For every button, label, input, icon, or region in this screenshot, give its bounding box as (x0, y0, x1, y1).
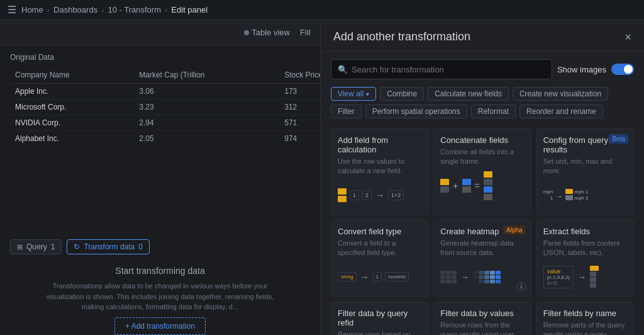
filter-chip[interactable]: Perform spatial operations (365, 105, 467, 118)
breadcrumb-transform[interactable]: 10 - Transform (108, 5, 161, 14)
search-bar-row: 🔍 Show images (321, 52, 644, 87)
fill-tab[interactable]: Fill (300, 28, 311, 37)
panel-header: Add another transformation × (321, 20, 644, 52)
transform-tab[interactable]: ↻ Transform data 0 (67, 239, 150, 254)
col-company: Company Name (10, 67, 134, 84)
card-badge: Beta (609, 134, 628, 144)
card-desc: Remove rows from the query results using… (440, 321, 524, 335)
card-desc: Combine all fields into a single frame. (440, 147, 524, 167)
filter-chip[interactable]: Create new visualization (513, 87, 608, 101)
card-desc: Use the row values to calculate a new fi… (338, 157, 421, 176)
breadcrumb-current: Edit panel (171, 5, 208, 14)
breadcrumb-home[interactable]: Home (21, 5, 43, 14)
filter-chip[interactable]: Calculate new fields (428, 87, 509, 101)
search-input-wrap[interactable]: 🔍 (331, 59, 552, 79)
card-extract-fields[interactable]: Extract fields Parse fields from content… (536, 220, 634, 297)
search-icon: 🔍 (338, 65, 348, 74)
card-visual: mph 1 → mph 1 mph 2 (543, 183, 627, 208)
card-title: Add field from calculation (338, 135, 421, 154)
card-title: Filter data by query refid (338, 309, 421, 327)
card-desc: Parse fields from content (JSON, labels,… (543, 239, 627, 258)
show-images-toggle[interactable] (611, 64, 634, 75)
card-desc: Convert a field to a specified field typ… (338, 239, 421, 258)
query-tabs-area: ⊞ Query 1 ↻ Transform data 0 (0, 234, 320, 259)
card-visual: → (440, 264, 524, 290)
card-visual: + = (440, 173, 524, 198)
card-concatenate-fields[interactable]: Concatenate fields Combine all fields in… (433, 128, 531, 215)
card-visual: 1 2 → 1+2 (338, 183, 421, 208)
filter-chip[interactable]: View all ▾ (331, 87, 376, 101)
filter-chip[interactable]: Reformat (471, 105, 516, 118)
info-icon[interactable]: ℹ (517, 282, 526, 291)
table-cell: Alphabet Inc. (10, 131, 134, 147)
col-market-cap: Market Cap (Trillion (134, 67, 279, 84)
card-filter-by-refid[interactable]: Filter data by query refid Remove rows b… (331, 302, 428, 335)
table-cell: NVIDIA Corp. (10, 115, 134, 131)
table-cell: Microsoft Corp. (10, 99, 134, 115)
card-convert-field-type[interactable]: Convert field type Convert a field to a … (331, 220, 428, 297)
table-cell: 2.94 (134, 115, 279, 131)
table-cell: 2.05 (134, 131, 279, 147)
card-config-query-results[interactable]: Config from query results Beta Set unit,… (536, 128, 634, 215)
card-visual: string → 1 numeric (338, 264, 421, 290)
chevron-down-icon: ▾ (366, 91, 369, 98)
transformation-panel: Add another transformation × 🔍 Show imag… (320, 20, 644, 335)
card-desc: Set unit, min, max and more. (543, 157, 627, 176)
card-desc: Generate heatmap data from source data. (440, 239, 524, 258)
hamburger-icon[interactable]: ☰ (8, 4, 16, 16)
start-transform: Start transforming data Transformations … (0, 266, 320, 335)
panel-title: Add another transformation (333, 30, 470, 43)
card-filter-fields-name[interactable]: Filter fields by name Remove parts of th… (536, 302, 634, 335)
start-transform-title: Start transforming data (115, 266, 204, 276)
card-create-heatmap[interactable]: Create heatmap Alpha Generate heatmap da… (433, 220, 531, 297)
card-title: Concatenate fields (440, 135, 524, 145)
search-input[interactable] (352, 65, 545, 74)
table-cell: Apple Inc. (10, 84, 134, 99)
table-cell: 3.23 (134, 99, 279, 115)
card-desc: Remove rows based on origin query (338, 330, 421, 335)
table-cell: 3.06 (134, 84, 279, 99)
card-title: Convert field type (338, 227, 421, 236)
card-badge: Alpha (503, 225, 526, 235)
filter-chip[interactable]: Combine (380, 87, 424, 101)
card-add-field-calc[interactable]: Add field from calculation Use the row v… (331, 128, 428, 215)
breadcrumb: Home › Dashboards › 10 - Transform › Edi… (21, 5, 208, 14)
query-tab[interactable]: ⊞ Query 1 (10, 239, 62, 254)
close-button[interactable]: × (625, 31, 631, 43)
show-images-label: Show images (557, 65, 606, 74)
top-nav: ☰ Home › Dashboards › 10 - Transform › E… (0, 0, 644, 20)
table-view-tab[interactable]: Table view (244, 28, 290, 37)
main-area: Table view Fill Actual ⏱ Last 6 h... Ori… (0, 20, 644, 335)
cards-grid: Add field from calculation Use the row v… (321, 123, 644, 335)
card-title: Filter data by values (440, 309, 524, 318)
filter-chips: View all ▾CombineCalculate new fieldsCre… (321, 87, 644, 123)
filter-chip[interactable]: Filter (331, 105, 362, 118)
card-desc: Remove parts of the query results using … (543, 321, 627, 335)
breadcrumb-dashboards[interactable]: Dashboards (53, 5, 97, 14)
start-transform-desc: Transformations allow data to be changed… (41, 281, 280, 312)
card-title: Filter fields by name (543, 309, 627, 318)
filter-chip[interactable]: Reorder and rename (519, 105, 603, 118)
card-visual: value {n:1,9,8,2} {n:3} → (543, 264, 627, 290)
card-filter-by-values[interactable]: Filter data by values Remove rows from t… (433, 302, 531, 335)
add-transformation-button[interactable]: + Add transformation (114, 317, 206, 335)
card-title: Extract fields (543, 227, 627, 236)
